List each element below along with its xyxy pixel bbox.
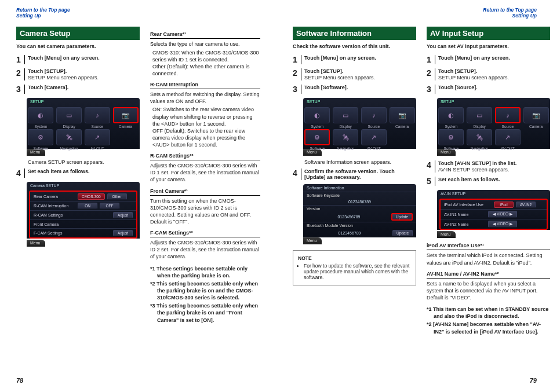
btn-adjust[interactable]: Adjust: [113, 212, 133, 218]
col-software-info: Software Information Check the software …: [293, 27, 416, 336]
icon-source: ♪: [85, 107, 110, 123]
heading-software: Software Information: [293, 27, 416, 40]
icon-software: ⚙: [28, 129, 53, 145]
footnotes-av: *1 This item can be set when in STANDBY …: [427, 306, 550, 335]
step-1: 1 Touch [Menu] on any screen.: [16, 55, 140, 64]
update-button[interactable]: Update: [392, 230, 413, 236]
update-button[interactable]: Update: [391, 213, 413, 221]
icon-avout: ↗: [85, 129, 110, 145]
step-3: 3 Touch [Camera].: [16, 85, 140, 94]
setup-screen-camera: SETUP ◐System ▭Display ♪Source 📷Camera ⚙…: [27, 98, 140, 149]
term-header: Rear Camera*¹: [150, 31, 260, 39]
page-number-left: 78: [16, 377, 23, 384]
setup-screen-software: SETUP ◐System ▭Display ♪Source 📷Camera ⚙…: [303, 98, 416, 149]
btn-on[interactable]: ON: [78, 203, 97, 209]
icon-camera[interactable]: 📷: [113, 107, 139, 123]
btn-ipod[interactable]: iPod: [494, 202, 514, 208]
camera-setup-screen: Camera SETUP Rear Camera CMOS-300 Other …: [27, 182, 140, 239]
icon-navigation: 🛰: [56, 129, 82, 145]
software-info-screen: Software Information Software Keycode 01…: [303, 184, 416, 237]
icon-display: ▭: [56, 107, 82, 123]
section-link[interactable]: Setting Up: [16, 13, 260, 19]
footnotes: *1 These settings become settable only w…: [150, 265, 260, 324]
step-2: 2 Touch [SETUP]. SETUP Menu screen appea…: [16, 68, 140, 80]
btn-avin2[interactable]: AV-IN2: [516, 202, 536, 208]
setup-screen-source: SETUP ◐System ▭Display ♪Source 📷Camera ⚙…: [437, 98, 550, 149]
intro-text: You can set camera parameters.: [16, 43, 140, 49]
av-in-setup-screen: AV-IN SETUP iPod AV Interface Use iPod A…: [437, 190, 550, 230]
col-camera-setup: Camera Setup You can set camera paramete…: [16, 27, 140, 324]
heading-av-input: AV Input Setup: [427, 27, 550, 40]
heading-camera-setup: Camera Setup: [16, 27, 140, 40]
icon-software[interactable]: ⚙: [304, 129, 330, 145]
icon-system: ◐: [28, 107, 53, 123]
page-number-right: 79: [530, 377, 537, 384]
step-4: 4 Set each item as follows.: [16, 168, 140, 178]
col-camera-terms: Rear Camera*¹ Selects the type of rear c…: [150, 27, 260, 324]
menu-tab[interactable]: Menu: [27, 240, 45, 247]
return-link[interactable]: Return to the Top page: [293, 7, 537, 13]
page-left: Return to the Top page Setting Up Camera…: [0, 0, 276, 392]
btn-adjust2[interactable]: Adjust: [113, 230, 133, 236]
icon-source[interactable]: ♪: [495, 107, 521, 123]
btn-off[interactable]: OFF: [100, 203, 119, 209]
btn-cmos300[interactable]: CMOS-300: [78, 193, 105, 200]
btn-other[interactable]: Other: [107, 193, 127, 200]
section-link[interactable]: Setting Up: [293, 13, 537, 19]
after-text: Camera SETUP screen appears.: [28, 159, 140, 165]
page-right: Return to the Top page Setting Up Softwa…: [276, 0, 553, 392]
note-box: NOTE For how to update the software, see…: [293, 250, 416, 285]
col-av-input: AV Input Setup You can set AV input para…: [427, 27, 550, 336]
return-link[interactable]: Return to the Top page: [16, 7, 260, 13]
